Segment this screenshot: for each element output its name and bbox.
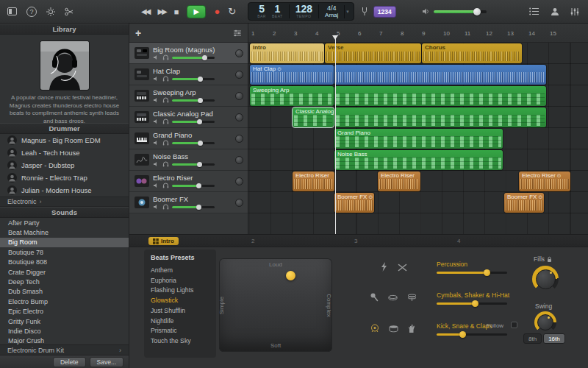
region-hat-clap-2[interactable] xyxy=(334,65,546,85)
solo-icon[interactable] xyxy=(162,161,169,167)
fills-knob[interactable] xyxy=(532,266,559,292)
mute-icon[interactable] xyxy=(153,97,159,103)
preset-item[interactable]: Prismatic xyxy=(151,326,216,336)
record-button[interactable]: ● xyxy=(214,6,220,17)
track-volume-slider[interactable] xyxy=(172,78,215,80)
track-pan-knob[interactable] xyxy=(235,156,243,164)
sound-item[interactable]: Epic Electro xyxy=(0,307,129,316)
snare-drum-icon[interactable] xyxy=(389,325,398,333)
region-intro[interactable]: Intro xyxy=(250,43,324,63)
sound-item[interactable]: Electro Bump xyxy=(0,297,129,306)
mute-icon[interactable] xyxy=(153,118,159,124)
sound-item[interactable]: Crate Digger xyxy=(0,267,129,277)
quick-help-icon[interactable]: ? xyxy=(26,7,37,17)
drumsticks-icon[interactable] xyxy=(398,263,407,272)
track-volume-slider[interactable] xyxy=(172,121,215,123)
preset-item[interactable]: Flashing Lights xyxy=(151,286,216,296)
mute-icon[interactable] xyxy=(153,76,159,82)
kick-drum-icon[interactable] xyxy=(370,324,379,333)
category-row-electronic[interactable]: Electronic › xyxy=(0,197,129,207)
rewind-button[interactable]: ◀◀ xyxy=(141,7,149,15)
master-volume-slider[interactable] xyxy=(434,10,487,13)
track-pan-knob[interactable] xyxy=(235,199,243,207)
xy-puck[interactable] xyxy=(286,271,295,280)
play-button[interactable]: ▶ xyxy=(187,5,206,18)
track-pan-knob[interactable] xyxy=(235,49,243,57)
track-volume-slider[interactable] xyxy=(172,57,215,59)
follow-checkbox[interactable] xyxy=(511,322,517,328)
tambourine-icon[interactable] xyxy=(388,294,398,302)
solo-icon[interactable] xyxy=(162,97,169,103)
region-sweeping-arp[interactable]: Sweeping Arp xyxy=(250,86,334,106)
cymbals-slider[interactable] xyxy=(437,302,507,305)
swing-knob[interactable] xyxy=(534,311,556,333)
track-header-hat-clap[interactable]: Hat Clap xyxy=(129,64,248,85)
tuning-fork-icon[interactable] xyxy=(362,7,368,16)
mute-icon[interactable] xyxy=(153,204,159,210)
sound-item[interactable]: Indie Disco xyxy=(0,326,129,336)
preset-item[interactable]: Just Shufflin xyxy=(151,306,216,316)
region-boomer-fx-1[interactable]: Boomer FX⊙ xyxy=(334,193,374,213)
preset-item[interactable]: Anthem xyxy=(151,266,216,276)
playhead[interactable] xyxy=(335,35,336,234)
sound-item[interactable]: Gritty Funk xyxy=(0,316,129,326)
region-electro-riser-2[interactable]: Electro Riser xyxy=(378,171,420,191)
forward-button[interactable]: ▶▶ xyxy=(157,7,165,15)
rate-16th-button[interactable]: 16th xyxy=(543,333,565,344)
preset-item-selected[interactable]: Glowstick xyxy=(151,296,216,306)
rate-8th-button[interactable]: 8th xyxy=(523,333,542,344)
mute-icon[interactable] xyxy=(153,140,159,146)
region-hat-clap[interactable]: Hat Clap⊙ xyxy=(250,65,334,85)
mute-icon[interactable] xyxy=(153,183,159,188)
complexity-loudness-pad[interactable]: Loud Soft Simple Complex xyxy=(219,258,332,352)
solo-icon[interactable] xyxy=(162,118,169,124)
mute-icon[interactable] xyxy=(153,161,159,167)
percussion-slider[interactable] xyxy=(437,272,507,274)
hi-hat-icon[interactable] xyxy=(407,293,417,302)
track-pan-knob[interactable] xyxy=(235,92,243,100)
drummer-item[interactable]: Julian - Modern House xyxy=(0,184,129,197)
track-volume-slider[interactable] xyxy=(172,163,215,166)
preset-item[interactable]: Nightlife xyxy=(151,316,216,327)
shaker-icon[interactable] xyxy=(370,293,379,302)
sound-item[interactable]: Dub Smash xyxy=(0,287,129,297)
cycle-button[interactable]: ↻ xyxy=(228,6,236,17)
solo-icon[interactable] xyxy=(162,183,169,188)
media-browser-icon[interactable] xyxy=(570,7,579,16)
sound-item[interactable]: After Party xyxy=(0,218,129,227)
track-header-big-room[interactable]: Big Room (Magnus) xyxy=(129,43,248,64)
notes-list-icon[interactable] xyxy=(529,7,539,15)
lcd-chevron-down-icon[interactable]: ▾ xyxy=(345,9,351,15)
lcd-display[interactable]: 5BAR 1BEAT 128 TEMPO 4/4 Amaj ▾ xyxy=(248,2,354,21)
region-electro-riser-3[interactable]: Electro Riser⊙ xyxy=(519,171,570,191)
sound-item-selected[interactable]: Big Room xyxy=(0,238,129,247)
drummer-item[interactable]: Jasper - Dubstep xyxy=(0,159,129,171)
region-boomer-fx-2[interactable]: Boomer FX⊙ xyxy=(504,193,544,213)
region-grand-piano[interactable]: Grand Piano xyxy=(334,129,503,149)
track-pan-knob[interactable] xyxy=(235,177,243,185)
drummer-item[interactable]: Ronnie - Electro Trap xyxy=(0,171,129,184)
count-in-button[interactable]: 1234 xyxy=(373,6,396,18)
solo-icon[interactable] xyxy=(162,76,169,82)
track-header-electro-riser[interactable]: Electro Riser xyxy=(129,171,248,192)
sound-item[interactable]: Major Crush xyxy=(0,336,129,344)
drummer-item[interactable]: Leah - Tech House xyxy=(0,146,129,159)
gear-icon[interactable] xyxy=(46,7,55,16)
delete-button[interactable]: Delete xyxy=(53,357,86,367)
track-controls-icon[interactable] xyxy=(233,29,242,37)
preset-item[interactable]: Touch the Sky xyxy=(151,336,216,347)
track-volume-slider[interactable] xyxy=(172,206,215,208)
add-track-button[interactable]: + xyxy=(135,28,141,38)
region-classic-analog-pad[interactable]: Classic Analog Pad xyxy=(293,107,334,127)
solo-icon[interactable] xyxy=(162,54,169,60)
preset-item[interactable]: Euphoria xyxy=(151,276,216,286)
scissors-icon[interactable] xyxy=(65,7,74,16)
timeline-ruler[interactable]: 1 2 3 4 5 6 7 8 9 10 11 12 13 14 15 xyxy=(248,24,588,43)
track-header-sweeping-arp[interactable]: Sweeping Arp xyxy=(129,85,248,107)
sound-item[interactable]: Beat Machine xyxy=(0,227,129,237)
mute-icon[interactable] xyxy=(153,54,159,60)
track-header-grand-piano[interactable]: Grand Piano xyxy=(129,128,248,149)
sound-item[interactable]: Boutique 78 xyxy=(0,247,129,257)
track-pan-knob[interactable] xyxy=(235,71,243,79)
region-chorus[interactable]: Chorus xyxy=(422,43,522,63)
